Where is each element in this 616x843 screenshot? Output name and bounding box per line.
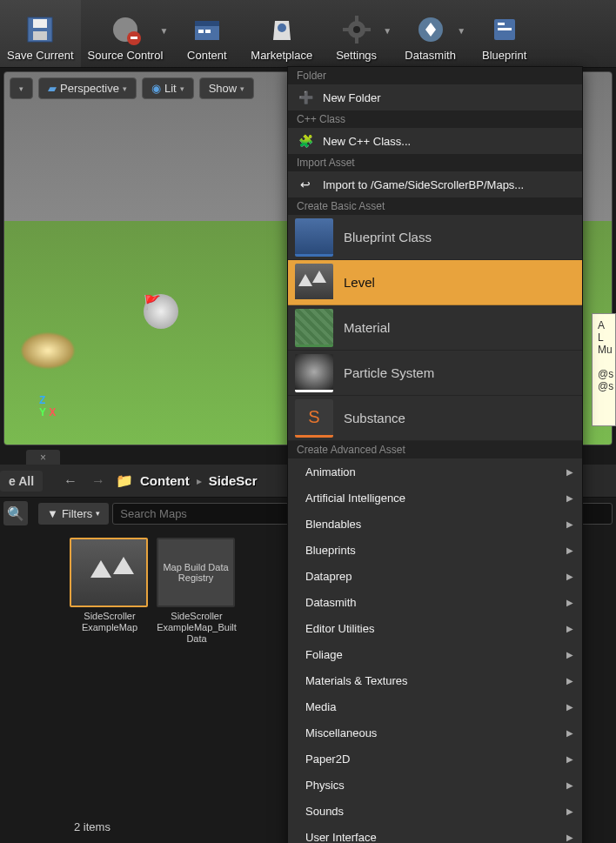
toolbar-content[interactable]: Content (170, 0, 244, 67)
chevron-right-icon: ▶ (566, 545, 573, 555)
svg-point-10 (278, 23, 286, 32)
content-icon (190, 12, 224, 47)
menu-section-header: Import Asset (288, 154, 582, 171)
breadcrumb-folder[interactable]: SideScr (209, 473, 258, 488)
menu-artificial-intelligence[interactable]: Artificial Intelligence▶ (288, 485, 582, 511)
tab-close[interactable]: × (26, 450, 60, 465)
perspective-button[interactable]: ▰Perspective▾ (38, 77, 137, 99)
menu-import[interactable]: ↩Import to /Game/SideScrollerBP/Maps... (288, 171, 582, 197)
menu-sounds[interactable]: Sounds▶ (288, 798, 582, 824)
axis-gizmo: ZY X (39, 394, 56, 418)
viewport-menu-button[interactable]: ▾ (10, 77, 33, 99)
svg-rect-20 (498, 28, 512, 30)
toolbar-label: Source Control (88, 49, 164, 62)
cpp-icon: 🧩 (297, 132, 314, 150)
context-menu: Folder➕New FolderC++ Class🧩New C++ Class… (287, 66, 583, 843)
menu-materials-textures[interactable]: Materials & Textures▶ (288, 667, 582, 693)
menu-section-header: Create Advanced Asset (288, 441, 582, 458)
menu-foliage[interactable]: Foliage▶ (288, 641, 582, 667)
menu-editor-utilities[interactable]: Editor Utilities▶ (288, 615, 582, 641)
menu-blueprints[interactable]: Blueprints▶ (288, 537, 582, 563)
menu-item-label: Level (344, 275, 375, 290)
menu-level[interactable]: Level (288, 260, 582, 305)
asset-thumb (70, 538, 148, 607)
asset-name: SideScroller ExampleMap (70, 611, 150, 633)
menu-blueprint-class[interactable]: Blueprint Class (288, 215, 582, 260)
asset-tile[interactable]: Map Build Data RegistrySideScroller Exam… (157, 538, 237, 646)
svg-rect-7 (195, 21, 219, 26)
toolbar-label: Settings (336, 49, 377, 62)
toolbar-source-control[interactable]: Source Control ▼ (81, 0, 171, 67)
settings-icon (339, 12, 374, 47)
chevron-down-icon[interactable]: ▼ (383, 26, 392, 36)
menu-material[interactable]: Material (288, 305, 582, 351)
chevron-right-icon: ▶ (566, 728, 573, 738)
filters-button[interactable]: ▼ Filters ▾ (38, 503, 109, 525)
svg-rect-14 (355, 37, 358, 43)
chevron-right-icon: ▶ (566, 806, 573, 816)
search-icon-button[interactable]: 🔍 (3, 501, 28, 525)
chevron-right-icon: ▶ (566, 754, 573, 764)
menu-user-interface[interactable]: User Interface▶ (288, 824, 582, 843)
perspective-label: Perspective (60, 82, 119, 95)
menu-physics[interactable]: Physics▶ (288, 772, 582, 798)
toolbar-save-current[interactable]: Save Current (0, 0, 81, 67)
save-icon (23, 12, 57, 47)
svg-rect-2 (33, 31, 47, 40)
toolbar-blueprint[interactable]: Blueprint (467, 0, 541, 67)
menu-animation[interactable]: Animation▶ (288, 458, 582, 485)
menu-substance[interactable]: S Substance (288, 396, 582, 441)
menu-section-header: Folder (288, 67, 582, 84)
folder-icon: 📁 (116, 472, 133, 489)
chevron-right-icon: ▶ (566, 572, 573, 581)
svg-rect-13 (355, 16, 358, 23)
mat-icon (295, 309, 333, 347)
chevron-right-icon: ▶ (566, 624, 573, 633)
lit-button[interactable]: ◉Lit▾ (142, 77, 194, 99)
chevron-right-icon: ▶ (566, 493, 573, 503)
show-button[interactable]: Show▾ (199, 77, 255, 99)
tooltip: A LMu @s@s (592, 313, 616, 426)
menu-dataprep[interactable]: Dataprep▶ (288, 563, 582, 589)
menu-blendables[interactable]: Blendables▶ (288, 511, 582, 537)
menu-section-header: Create Basic Asset (288, 197, 582, 215)
menu-new-cpp-class[interactable]: 🧩New C++ Class... (288, 128, 582, 154)
chevron-down-icon[interactable]: ▼ (457, 26, 465, 36)
chevron-right-icon: ▶ (566, 833, 573, 842)
folder-plus-icon: ➕ (297, 89, 314, 106)
scene-object (22, 333, 74, 368)
menu-paper2d[interactable]: Paper2D▶ (288, 746, 582, 772)
menu-miscellaneous[interactable]: Miscellaneous▶ (288, 719, 582, 746)
menu-item-label: Blueprint Class (344, 230, 432, 244)
menu-particle-system[interactable]: Particle System (288, 351, 582, 396)
breadcrumb-content[interactable]: Content (140, 473, 190, 488)
toolbar-settings[interactable]: Settings ▼ (319, 0, 393, 67)
menu-datasmith[interactable]: Datasmith▶ (288, 589, 582, 615)
asset-thumb: Map Build Data Registry (157, 538, 235, 607)
svg-rect-15 (343, 28, 350, 31)
toolbar-marketplace[interactable]: Marketplace (244, 0, 319, 67)
market-icon (264, 12, 299, 47)
svg-point-12 (353, 26, 360, 33)
lit-label: Lit (164, 82, 177, 95)
nav-back[interactable]: ← (60, 472, 81, 491)
filter-icon: ▼ (47, 507, 58, 520)
datasmith-icon (413, 12, 448, 47)
main-toolbar: Save Current Source Control ▼ Content Ma… (0, 0, 616, 68)
scene-pawn: 🚩 (144, 294, 178, 329)
menu-new-folder[interactable]: ➕New Folder (288, 84, 582, 110)
chevron-right-icon: ▶ (566, 650, 573, 659)
chevron-down-icon[interactable]: ▼ (159, 26, 168, 36)
asset-tile[interactable]: SideScroller ExampleMap (70, 538, 150, 646)
sub-icon: S (295, 399, 333, 438)
menu-item-label: Substance (344, 411, 405, 425)
save-all-button[interactable]: e All (0, 471, 43, 492)
ps-icon (295, 354, 333, 392)
menu-media[interactable]: Media▶ (288, 693, 582, 719)
nav-forward[interactable]: → (88, 472, 109, 491)
toolbar-label: Datasmith (405, 49, 456, 62)
toolbar-datasmith[interactable]: Datasmith ▼ (393, 0, 467, 67)
svg-rect-9 (205, 30, 211, 33)
viewport-toolbar: ▾ ▰Perspective▾ ◉Lit▾ Show▾ (10, 77, 254, 99)
svg-rect-5 (131, 37, 137, 39)
